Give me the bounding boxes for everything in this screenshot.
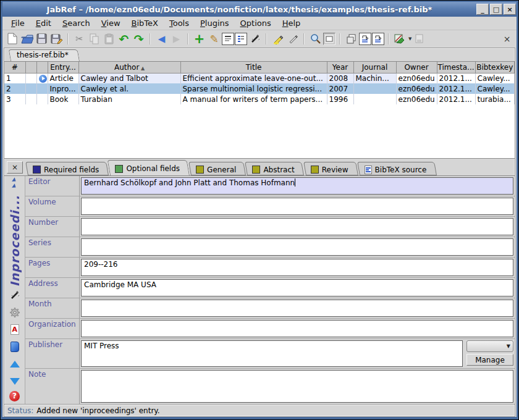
menu-tools[interactable]: Tools: [164, 17, 194, 29]
cell-title[interactable]: Efficient approximate leave-one-out...: [180, 73, 327, 83]
table-row[interactable]: 3BookTurabianA manual for writers of ter…: [4, 94, 515, 104]
save-as-icon[interactable]: [49, 32, 64, 46]
cell-bibtexkey[interactable]: Cawley...: [475, 73, 515, 83]
cell-author[interactable]: Cawley et al.: [78, 83, 180, 94]
cell-flag[interactable]: [25, 83, 36, 94]
cell-flag[interactable]: [25, 73, 36, 83]
menu-search[interactable]: Search: [57, 17, 95, 29]
forward-icon[interactable]: ▶: [169, 32, 184, 46]
cell-type[interactable]: Article: [48, 73, 78, 83]
open-database-icon[interactable]: [20, 32, 34, 46]
cell-owner[interactable]: ezn06edu: [396, 73, 437, 83]
pdf-icon[interactable]: [8, 324, 22, 336]
cell-owner[interactable]: ezn06edu: [396, 94, 437, 104]
cell-timestamp[interactable]: 2012.1...: [437, 73, 475, 83]
editor-tab-abstract[interactable]: Abstract: [247, 162, 304, 175]
cell-type[interactable]: Inpro...: [48, 83, 78, 94]
cell-timestamp[interactable]: 2012.1...: [437, 83, 475, 94]
help-icon[interactable]: ?: [8, 390, 22, 402]
cell-year[interactable]: 1996: [327, 94, 353, 104]
generate-key-wand-icon[interactable]: [8, 289, 22, 301]
copy-key-icon[interactable]: [344, 32, 358, 46]
search-icon[interactable]: [308, 32, 323, 46]
column-header-journal[interactable]: Journal: [353, 62, 396, 73]
push-to-app-icon[interactable]: [359, 33, 371, 45]
cell-journal[interactable]: [353, 83, 396, 94]
database-tab[interactable]: thesis-ref.bib*: [11, 49, 80, 61]
paste-icon[interactable]: [102, 32, 116, 46]
cell-author[interactable]: Turabian: [78, 94, 180, 104]
preview-icon[interactable]: [412, 32, 426, 46]
entry-table-container[interactable]: #Entry...Author ▲TitleYearJournalOwnerTi…: [4, 61, 515, 159]
entry-editor-close-icon[interactable]: ×: [7, 161, 23, 174]
fetch-dropdown-icon[interactable]: ▼: [408, 36, 411, 41]
table-row[interactable]: 2Inpro...Cawley et al.Sparse multinomial…: [4, 83, 515, 94]
redo-icon[interactable]: ↷: [132, 32, 146, 46]
cell-type[interactable]: Book: [48, 94, 78, 104]
field-input-publisher[interactable]: MIT Press: [81, 340, 463, 367]
minimize-button[interactable]: _: [476, 4, 489, 15]
gear-icon[interactable]: [8, 306, 22, 319]
cell-title[interactable]: A manual for writers of term papers...: [180, 94, 327, 104]
cell-journal[interactable]: [353, 94, 396, 104]
editor-tab-review[interactable]: Review: [306, 162, 358, 175]
editor-tab-optional-fields[interactable]: Optional fields: [110, 160, 190, 175]
cell-num[interactable]: 1: [4, 73, 25, 83]
cell-journal[interactable]: Machin...: [353, 73, 396, 83]
menu-bibtex[interactable]: BibTeX: [127, 17, 163, 29]
cell-timestamp[interactable]: 2012.1...: [437, 94, 475, 104]
column-header-year[interactable]: Year: [327, 62, 353, 73]
column-header-title[interactable]: Title: [180, 62, 327, 73]
menu-file[interactable]: File: [6, 17, 30, 29]
column-header-bibtexkey[interactable]: Bibtexkey: [475, 62, 515, 73]
edit-preamble-icon[interactable]: [222, 33, 234, 45]
cell-file[interactable]: [36, 94, 48, 104]
save-database-icon[interactable]: [35, 32, 49, 46]
field-input-series[interactable]: [81, 238, 513, 256]
previous-entry-icon[interactable]: [8, 358, 22, 371]
column-header-timestamp[interactable]: Timesta...: [437, 62, 475, 73]
new-entry-icon[interactable]: +: [192, 32, 206, 46]
undo-icon[interactable]: ↶: [117, 32, 131, 46]
field-input-number[interactable]: [81, 218, 513, 235]
cell-author[interactable]: Cawley and Talbot: [78, 73, 180, 83]
next-entry-icon[interactable]: [8, 375, 22, 387]
menu-edit[interactable]: Edit: [31, 17, 56, 29]
field-input-note[interactable]: [81, 370, 513, 403]
edit-entry-icon[interactable]: ✎: [207, 32, 221, 46]
back-icon[interactable]: ◀: [154, 32, 169, 46]
editor-tab-bibtex-source[interactable]: BibTeX source: [360, 162, 437, 175]
cell-year[interactable]: 2008: [327, 73, 353, 83]
cell-file[interactable]: [36, 83, 48, 94]
field-input-volume[interactable]: [81, 198, 513, 215]
field-input-address[interactable]: Cambridge MA USA: [81, 279, 513, 296]
cell-num[interactable]: 3: [4, 94, 25, 104]
menu-options[interactable]: Options: [235, 17, 276, 29]
toggle-search-pane-icon[interactable]: [323, 33, 335, 45]
new-database-icon[interactable]: [5, 32, 19, 46]
column-header-type[interactable]: Entry...: [48, 62, 78, 73]
field-input-pages[interactable]: 209--216: [81, 259, 513, 276]
toolbar-close-icon[interactable]: ×: [500, 32, 514, 46]
maximize-button[interactable]: □: [490, 4, 502, 15]
table-row[interactable]: 1ArticleCawley and TalbotEfficient appro…: [4, 73, 515, 83]
close-button[interactable]: ×: [504, 4, 516, 15]
journal-abbrev-dropdown[interactable]: ▼: [466, 340, 513, 352]
field-input-organization[interactable]: [81, 320, 513, 337]
cell-file[interactable]: [36, 73, 48, 83]
unmark-entries-icon[interactable]: [285, 32, 300, 46]
cell-title[interactable]: Sparse multinomial logistic regressi...: [180, 83, 327, 94]
cell-year[interactable]: 2007: [327, 83, 353, 94]
column-header-flag[interactable]: [25, 62, 36, 73]
open-file-icon[interactable]: [8, 341, 22, 353]
column-header-file[interactable]: [36, 62, 48, 73]
field-input-editor[interactable]: Bernhard Schölkopf and John Platt and Th…: [81, 177, 513, 195]
column-header-num[interactable]: #: [4, 62, 25, 73]
copy-icon[interactable]: [87, 32, 101, 46]
wand-icon[interactable]: [248, 32, 262, 46]
menu-view[interactable]: View: [96, 17, 125, 29]
push-to-editor-icon[interactable]: [372, 33, 384, 45]
cut-icon[interactable]: ✂: [72, 32, 86, 46]
cell-owner[interactable]: ezn06edu: [396, 83, 437, 94]
column-header-author[interactable]: Author ▲: [78, 62, 180, 73]
